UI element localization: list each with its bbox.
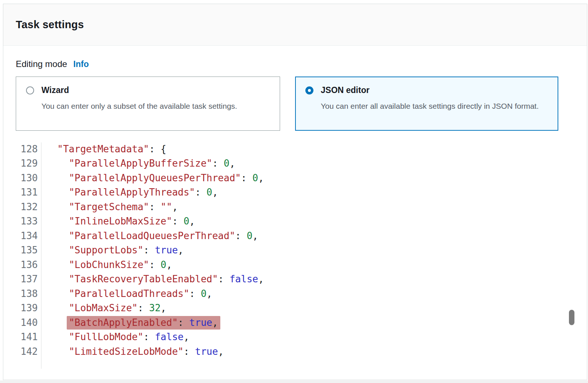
line-number: 135 xyxy=(16,245,38,256)
code-line[interactable]: 129 "ParallelApplyBufferSize": 0, xyxy=(16,156,587,171)
option-label-wizard: Wizard xyxy=(41,85,69,95)
code-text: "ParallelApplyThreads": 0, xyxy=(38,187,218,198)
code-line[interactable]: 135 "SupportLobs": true, xyxy=(16,243,587,258)
code-line[interactable]: 139 "LobMaxSize": 32, xyxy=(16,301,587,316)
line-number: 138 xyxy=(16,288,38,299)
line-number: 140 xyxy=(16,317,38,328)
line-number: 133 xyxy=(16,216,38,227)
line-number: 136 xyxy=(16,259,38,270)
option-top: Wizard xyxy=(26,85,270,95)
option-card-json-editor[interactable]: JSON editor You can enter all available … xyxy=(295,77,558,131)
line-number: 137 xyxy=(16,274,38,285)
code-text: "SupportLobs": true, xyxy=(38,245,184,256)
code-line[interactable]: 140 "BatchApplyEnabled": true, xyxy=(16,315,587,330)
line-number: 129 xyxy=(16,158,38,169)
line-number: 128 xyxy=(16,144,38,155)
code-line[interactable]: 133 "InlineLobMaxSize": 0, xyxy=(16,214,587,229)
code-line[interactable]: 128 "TargetMetadata": { xyxy=(16,142,587,156)
line-number: 132 xyxy=(16,201,38,212)
code-text: "FullLobMode": false, xyxy=(38,331,189,342)
code-text: "InlineLobMaxSize": 0, xyxy=(38,216,195,227)
code-line[interactable]: 130 "ParallelApplyQueuesPerThread": 0, xyxy=(16,171,587,185)
option-description-json-editor: You can enter all available task setting… xyxy=(321,99,548,113)
code-text: "ParallelApplyQueuesPerThread": 0, xyxy=(38,172,264,183)
code-line[interactable]: 138 "ParallelLoadThreads": 0, xyxy=(16,286,587,301)
line-number: 142 xyxy=(16,346,38,357)
code-text: "LobChunkSize": 0, xyxy=(38,259,172,270)
code-text: "TaskRecoveryTableEnabled": false, xyxy=(38,274,264,285)
code-line[interactable]: 134 "ParallelLoadQueuesPerThread": 0, xyxy=(16,228,587,243)
page-title: Task settings xyxy=(16,19,84,31)
code-text: "TargetSchema": "", xyxy=(38,201,178,212)
code-text: "TargetMetadata": { xyxy=(38,144,166,155)
code-text: "LimitedSizeLobMode": true, xyxy=(38,346,224,357)
option-top: JSON editor xyxy=(305,85,548,95)
task-settings-panel: Task settings Editing mode Info Wizard Y… xyxy=(3,4,587,380)
code-line[interactable]: 131 "ParallelApplyThreads": 0, xyxy=(16,185,587,200)
code-line[interactable]: 142 "LimitedSizeLobMode": true, xyxy=(16,344,587,359)
code-line[interactable]: 141 "FullLobMode": false, xyxy=(16,330,587,345)
code-text: "ParallelLoadQueuesPerThread": 0, xyxy=(38,230,258,241)
editing-mode-label: Editing mode xyxy=(16,59,67,69)
panel-body: Editing mode Info Wizard You can enter o… xyxy=(3,59,587,369)
line-number: 131 xyxy=(16,187,38,198)
info-link[interactable]: Info xyxy=(73,59,89,69)
panel-header: Task settings xyxy=(3,4,587,46)
editing-mode-row: Editing mode Info xyxy=(16,59,587,69)
line-number: 130 xyxy=(16,172,38,183)
code-text: "ParallelLoadThreads": 0, xyxy=(38,288,212,299)
code-lines: 128 "TargetMetadata": {129 "ParallelAppl… xyxy=(16,142,587,359)
code-line[interactable]: 132 "TargetSchema": "", xyxy=(16,200,587,214)
radio-json-editor-icon[interactable] xyxy=(305,86,313,94)
editing-mode-options: Wizard You can enter only a subset of th… xyxy=(16,77,587,131)
radio-wizard-icon[interactable] xyxy=(26,86,34,94)
code-text: "LobMaxSize": 32, xyxy=(38,302,166,313)
option-card-wizard[interactable]: Wizard You can enter only a subset of th… xyxy=(16,77,280,131)
page-bottom-strip xyxy=(0,380,588,383)
line-number: 141 xyxy=(16,331,38,342)
code-text: "BatchApplyEnabled": true, xyxy=(38,317,218,328)
scrollbar-thumb[interactable] xyxy=(569,310,574,325)
line-number: 134 xyxy=(16,230,38,241)
line-number: 139 xyxy=(16,302,38,313)
gutter-separator xyxy=(41,142,41,369)
option-description-wizard: You can enter only a subset of the avail… xyxy=(41,99,270,113)
page: Task settings Editing mode Info Wizard Y… xyxy=(0,0,588,383)
option-label-json-editor: JSON editor xyxy=(321,85,370,95)
code-line[interactable]: 137 "TaskRecoveryTableEnabled": false, xyxy=(16,272,587,287)
code-text: "ParallelApplyBufferSize": 0, xyxy=(38,158,235,169)
json-code-editor[interactable]: 128 "TargetMetadata": {129 "ParallelAppl… xyxy=(16,142,587,369)
code-line[interactable]: 136 "LobChunkSize": 0, xyxy=(16,257,587,272)
